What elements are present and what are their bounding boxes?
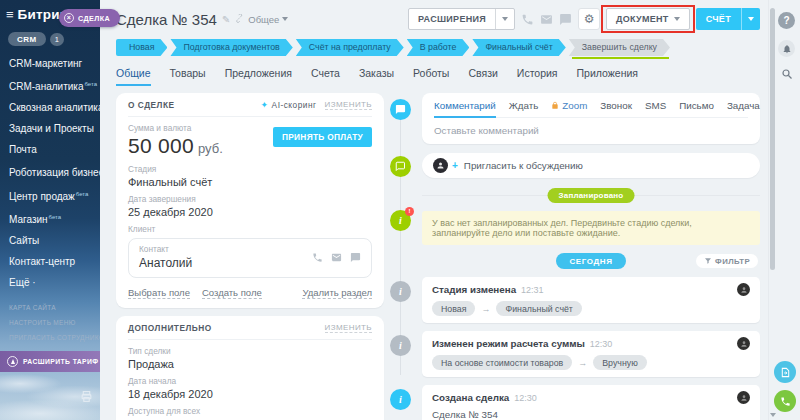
contact-card[interactable]: Контакт Анатолий [128,238,372,278]
search-icon[interactable] [781,68,793,80]
tab-history[interactable]: История [517,67,558,86]
printer-icon[interactable] [80,389,93,407]
tab-invoices[interactable]: Счета [311,67,340,86]
gear-icon[interactable]: ⚙ [578,8,600,30]
stage-docs[interactable]: Подготовка документов [170,39,292,56]
sidebar-item-contact-center[interactable]: Контакт-центр [9,251,100,272]
edit-title-icon[interactable]: ✎ [222,14,230,25]
sidebar-item-crm[interactable]: CRM [8,32,46,46]
funnel-icon [704,257,712,265]
stage-final-invoice[interactable]: Финальный счёт [472,39,565,56]
tab-zoom[interactable]: Zoom [551,100,587,111]
document-button[interactable]: ДОКУМЕНТ [606,8,690,30]
invoice-button[interactable]: СЧЁТ [696,8,760,30]
sidebar-footer: КАРТА САЙТА НАСТРОИТЬ МЕНЮ ПРИГЛАСИТЬ СО… [0,300,100,345]
contact-name[interactable]: Анатолий [139,256,192,270]
plus-icon: + [452,160,458,171]
sitemap-link[interactable]: КАРТА САЙТА [9,300,100,315]
tab-products[interactable]: Товары [170,67,206,86]
scrollbar[interactable] [770,8,775,270]
entry-stage-changed[interactable]: Стадия изменена 12:31 Новая → Финальный … [422,277,760,323]
entry-title: Изменен режим расчета суммы [432,338,585,349]
scroll-down-arrow[interactable] [770,413,776,417]
tab-sms[interactable]: SMS [645,100,666,111]
tab-links[interactable]: Связи [468,67,497,86]
sidebar-item-e2e-analytics[interactable]: Сквозная аналитика [9,97,100,118]
invoice-dropdown[interactable] [741,8,760,30]
sidebar-item-store[interactable]: Магазинбета [9,207,100,230]
entry-deal-created[interactable]: Создана сделка 12:30 Сделка № 354 [422,385,760,420]
extensions-button[interactable]: РАСШИРЕНИЯ [408,8,515,30]
phone-icon[interactable] [312,252,323,263]
tab-call[interactable]: Звонок [600,100,632,111]
chevron-down-icon [282,17,288,21]
sidebar-item-tasks[interactable]: Задачи и Проекты [9,118,100,139]
filter-button[interactable]: ФИЛЬТР [696,254,758,268]
chat-icon[interactable] [350,252,361,263]
hamburger-menu-icon[interactable]: ≡ [6,7,14,22]
stage-close-deal[interactable]: Завершить сделку [569,39,670,56]
phone-icon[interactable] [521,13,534,26]
avatar [737,337,750,350]
invite-employees-link[interactable]: ПРИГЛАСИТЬ СОТРУДНИКОВ [9,330,100,345]
tab-wait[interactable]: Ждать [509,100,539,111]
sidebar-item-crm-marketing[interactable]: CRM-маркетинг [9,53,100,74]
field-value[interactable]: 25 декабря 2020 [128,206,372,218]
envelope-icon[interactable] [540,13,553,26]
select-field-link[interactable]: Выбрать поле [128,287,190,299]
extensions-dropdown[interactable] [495,9,514,29]
tab-task[interactable]: Задача [727,100,760,111]
sidebar-item-sites[interactable]: Сайты [9,230,100,251]
chat-icon[interactable] [559,13,572,26]
delete-section-link[interactable]: Удалить раздел [302,287,372,299]
bell-icon[interactable] [778,40,795,57]
crm-widget-icon[interactable] [774,361,796,383]
stage-field: Стадия Финальный счёт [128,164,372,188]
sidebar-item-label: Контакт-центр [9,256,75,267]
entry-sum-mode-changed[interactable]: Изменен режим расчета суммы 12:30 На осн… [422,331,760,377]
create-field-link[interactable]: Создать поле [202,287,262,299]
stage-prepay-invoice[interactable]: Счёт на предоплату [296,39,404,56]
tab-general[interactable]: Общие [116,67,151,86]
tab-comment[interactable]: Комментарий [434,100,496,118]
telephony-icon[interactable] [774,390,796,412]
sidebar-item-sales-center[interactable]: Центр продажбета [9,184,100,207]
upgrade-plan-button[interactable]: РАСШИРИТЬ ТАРИФ [0,351,100,372]
comment-input[interactable]: Оставьте комментарий [434,118,748,136]
stage-new[interactable]: Новая [116,39,167,56]
deal-slider-tab[interactable]: × СДЕЛКА [59,9,120,27]
sidebar-item-crm-analytics[interactable]: CRM-аналитикабета [9,74,100,97]
sidebar-item-rpa[interactable]: Роботизация бизнес...бета [9,160,100,183]
accept-payment-button[interactable]: ПРИНЯТЬ ОПЛАТУ [273,127,372,147]
sidebar-item-label: Роботизация бизнес... [9,168,100,179]
entry-title: Стадия изменена [432,284,516,295]
ai-scoring-button[interactable]: ✦ AI-скоринг [261,100,317,110]
tab-robots[interactable]: Роботы [413,67,449,86]
stage-in-progress[interactable]: В работе [407,39,470,56]
timeline-entry-row: i Стадия изменена 12:31 Новая → Финальны… [422,269,760,323]
edit-section-link[interactable]: ИЗМЕНИТЬ [325,323,372,333]
deal-currency: руб. [198,141,223,156]
tab-quotes[interactable]: Предложения [225,67,292,86]
sidebar-item-mail[interactable]: Почта [9,139,100,160]
field-label: Доступна для всех [128,406,372,416]
sidebar-item-more[interactable]: Ещё · [9,272,100,293]
tab-email[interactable]: Письмо [679,100,714,111]
field-value[interactable]: 18 декабря 2020 [128,388,372,400]
timeline-entry-row: i Изменен режим расчета суммы 12:30 На о… [422,323,760,377]
tab-orders[interactable]: Заказы [359,67,394,86]
field-value[interactable]: Продажа [128,358,372,370]
copy-link-icon[interactable] [235,14,244,25]
deal-content: О СДЕЛКЕ ✦ AI-скоринг ИЗМЕНИТЬ Сумма и в… [116,93,760,420]
tab-apps[interactable]: Приложения [577,67,638,86]
configure-menu-link[interactable]: НАСТРОИТЬ МЕНЮ [9,315,100,330]
help-icon[interactable]: ? [778,12,795,29]
crm-counter-badge: 1 [50,33,64,46]
close-icon[interactable]: × [64,13,74,23]
envelope-icon[interactable] [331,252,342,263]
field-label: Дата начала [128,376,372,386]
view-selector[interactable]: Общее [248,14,288,25]
invite-to-discussion[interactable]: + Пригласить к обсуждению [422,153,760,178]
edit-section-link[interactable]: ИЗМЕНИТЬ [325,100,372,110]
field-value[interactable]: Финальный счёт [128,176,372,188]
